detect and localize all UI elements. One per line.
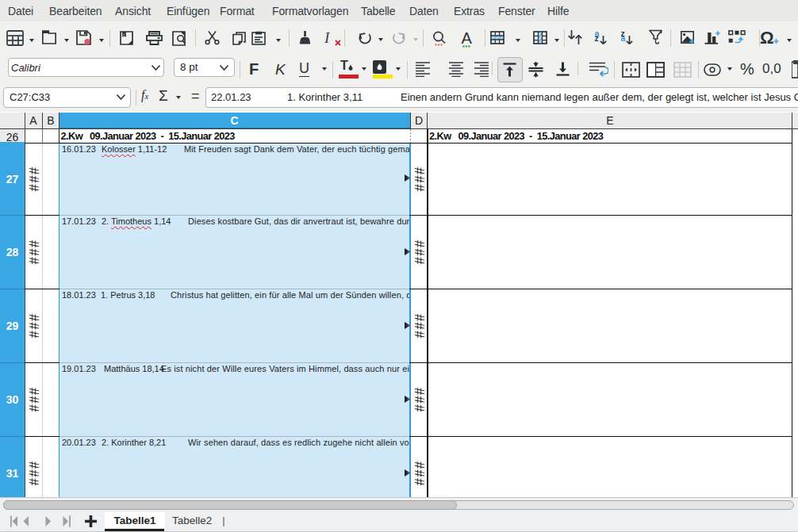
svg-text:Ω: Ω — [760, 29, 774, 48]
svg-text:a: a — [621, 33, 626, 43]
svg-text:I: I — [324, 29, 331, 46]
svg-text:A: A — [462, 29, 473, 47]
svg-text:z: z — [595, 33, 599, 43]
